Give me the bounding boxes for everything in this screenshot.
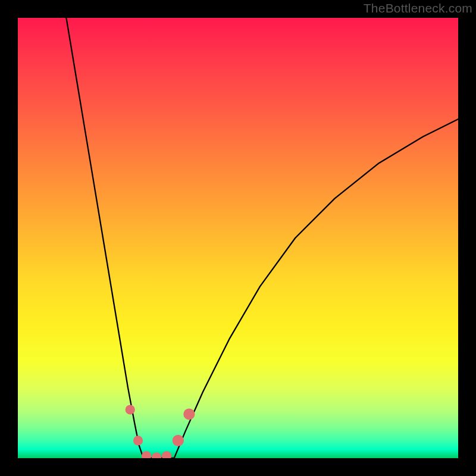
plot-area xyxy=(18,18,458,458)
chart-frame: TheBottleneck.com xyxy=(0,0,476,476)
watermark-label: TheBottleneck.com xyxy=(364,1,472,15)
background-gradient xyxy=(18,18,458,458)
